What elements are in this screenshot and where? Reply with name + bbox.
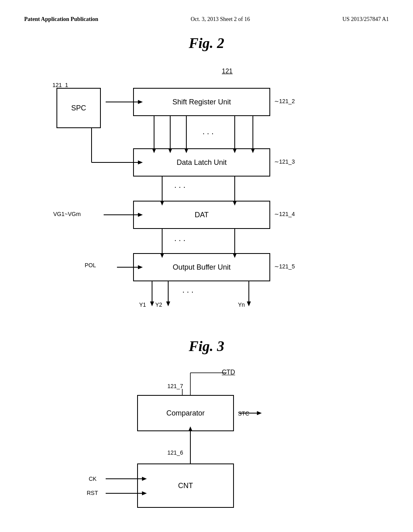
ck-label: CK bbox=[89, 476, 96, 482]
comparator-block: Comparator bbox=[137, 395, 234, 431]
pol-label: POL bbox=[85, 262, 96, 268]
y2-label: Y2 bbox=[155, 301, 162, 308]
output-buf-ref: ∼121_5 bbox=[274, 263, 295, 270]
dat-block: DAT bbox=[133, 201, 270, 229]
ref-121-6: 121_6 bbox=[167, 449, 183, 456]
ref-121-7: 121_7 bbox=[167, 383, 183, 389]
header-right: US 2013/257847 A1 bbox=[342, 16, 389, 23]
fig2-diagram: 121 SPC 121_1 Shift Register Unit ∼121_2… bbox=[24, 64, 389, 314]
fig3-diagram: CTD 121_7 Comparator STC 121_6 CNT CK RS… bbox=[24, 367, 389, 532]
stc-label: STC bbox=[238, 410, 249, 417]
shift-register-block: Shift Register Unit bbox=[133, 88, 270, 116]
cnt-block: CNT bbox=[137, 463, 234, 508]
header-left: Patent Application Publication bbox=[24, 16, 98, 23]
rst-label: RST bbox=[87, 490, 98, 496]
page: Patent Application Publication Oct. 3, 2… bbox=[0, 0, 413, 532]
yn-label: Yn bbox=[238, 301, 245, 308]
vg-label: VG1~VGm bbox=[53, 211, 81, 217]
svg-marker-32 bbox=[150, 301, 154, 306]
ref-121: 121 bbox=[222, 68, 233, 75]
y1-label: Y1 bbox=[139, 301, 146, 308]
header-center: Oct. 3, 2013 Sheet 2 of 16 bbox=[191, 16, 250, 23]
svg-marker-36 bbox=[247, 301, 251, 306]
dat-ref: ∼121_4 bbox=[274, 211, 295, 217]
fig3-label: Fig. 3 bbox=[24, 338, 389, 355]
svg-marker-40 bbox=[257, 411, 262, 415]
svg-text:. . .: . . . bbox=[174, 234, 186, 243]
spc-block: SPC bbox=[56, 88, 101, 128]
svg-text:. . .: . . . bbox=[182, 285, 194, 294]
svg-text:. . .: . . . bbox=[202, 127, 214, 136]
svg-marker-34 bbox=[166, 301, 170, 306]
data-latch-ref: ∼121_3 bbox=[274, 158, 295, 165]
spc-ref: 121_1 bbox=[52, 82, 68, 88]
fig2-label: Fig. 2 bbox=[24, 35, 389, 52]
svg-text:. . .: . . . bbox=[174, 181, 186, 189]
page-header: Patent Application Publication Oct. 3, 2… bbox=[24, 16, 389, 23]
output-buffer-block: Output Buffer Unit bbox=[133, 253, 270, 281]
ref-ctd: CTD bbox=[222, 369, 235, 376]
shift-reg-ref: ∼121_2 bbox=[274, 98, 295, 104]
data-latch-block: Data Latch Unit bbox=[133, 148, 270, 177]
